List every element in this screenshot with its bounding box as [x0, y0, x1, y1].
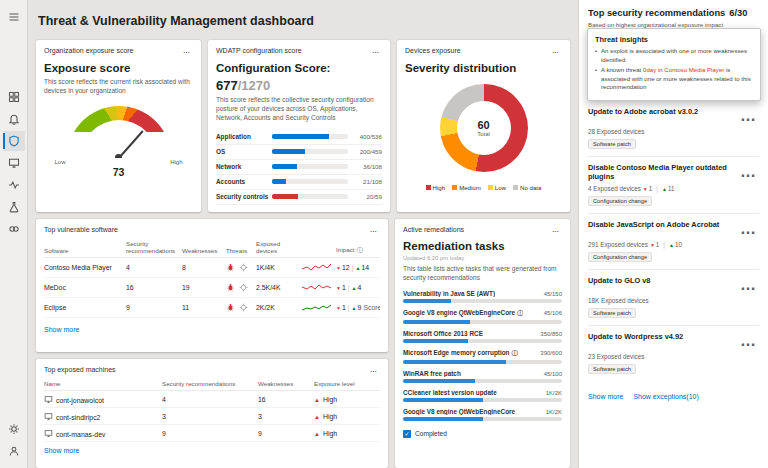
info-icon — [515, 309, 523, 316]
top-recommendations-panel: Top security recommendations 6/30 Based … — [578, 0, 768, 468]
exposure-score-value: 73 — [44, 166, 193, 178]
remediation-task[interactable]: Google V8 engine QtWebEngineCore45/106 — [403, 309, 562, 324]
vulnerable-software-table: Software Security recommendations Weakne… — [44, 238, 380, 318]
show-more-link[interactable]: Show more — [44, 326, 79, 333]
more-options-icon[interactable] — [550, 47, 562, 54]
gauge-low-label: Low — [55, 159, 66, 165]
sidebar-item-service-health[interactable] — [3, 175, 25, 195]
more-options-icon[interactable] — [368, 226, 380, 233]
severity-legend: High Medium Low No data — [405, 184, 562, 191]
recommendations-count: 6/30 — [729, 8, 747, 18]
table-row[interactable]: Eclipse 9 11 2K/2K 19Score — [44, 298, 380, 318]
table-row[interactable]: MeDoc 16 19 2.5K/4K 14 — [44, 278, 380, 298]
more-options-icon[interactable] — [738, 332, 759, 350]
more-options-icon[interactable] — [738, 107, 759, 125]
sidebar-item-machines[interactable] — [3, 153, 25, 173]
recommendation-item[interactable]: Update to Adobe acrobat v3.0.2 28 Expose… — [588, 101, 759, 157]
tooltip-title: Threat insights — [595, 35, 753, 44]
table-row[interactable]: cont-sindiripc2 3 3 High — [44, 408, 380, 425]
config-category-row: Application 400/536 — [216, 130, 382, 145]
sidebar-item-partners[interactable] — [3, 219, 25, 239]
trend-sparkline — [302, 302, 332, 313]
heartbeat-icon — [8, 179, 20, 191]
table-row[interactable]: cont-jonawolcot 4 16 High — [44, 391, 380, 408]
crosshair-icon — [239, 263, 248, 272]
flask-icon — [8, 201, 20, 213]
exposure-gauge: Low High 73 — [44, 106, 193, 178]
high-exposure-icon — [314, 413, 323, 420]
score-impact-up: 14 — [355, 264, 369, 271]
severity-donut-chart: 60 Total — [440, 84, 528, 172]
remediation-heading: Remediation tasks — [403, 240, 562, 252]
more-options-icon[interactable] — [370, 47, 382, 54]
show-exceptions-link[interactable]: Show exceptions(10) — [633, 393, 698, 400]
sidebar — [0, 0, 28, 468]
configuration-change-tag: Configuration change — [588, 252, 652, 262]
show-more-link[interactable]: Show more — [588, 393, 623, 400]
card-title: Active remediations — [403, 226, 464, 233]
task-progress-fill — [403, 320, 470, 324]
table-row[interactable]: cont-manas-dev 9 9 High — [44, 425, 380, 442]
config-bar-fill — [272, 179, 286, 184]
configuration-score-value: 677/1270 — [216, 78, 382, 93]
person-icon — [8, 445, 20, 457]
sidebar-item-settings[interactable] — [3, 419, 25, 439]
recommendation-item[interactable]: Disable JavaScript on Adobe Acrobat 291 … — [588, 214, 759, 270]
more-options-icon[interactable] — [368, 366, 380, 373]
sidebar-item-alerts[interactable] — [3, 109, 25, 129]
card-title: WDATP configuration score — [216, 47, 302, 54]
show-more-link[interactable]: Show more — [44, 447, 380, 454]
sidebar-item-user[interactable] — [3, 441, 25, 461]
menu-icon — [8, 11, 20, 23]
card-title: Top vulnerable software — [44, 226, 118, 233]
completed-checkbox[interactable] — [403, 430, 411, 438]
sidebar-item-dashboard[interactable] — [3, 87, 25, 107]
crosshair-icon — [239, 283, 248, 292]
legend-swatch — [513, 185, 518, 190]
sidebar-nav-group — [3, 86, 25, 240]
devices-exposure-card: Devices exposure Severity distribution 6… — [397, 40, 570, 212]
dashboard-icon — [8, 91, 20, 103]
more-options-icon[interactable] — [738, 276, 759, 294]
recommendation-item[interactable]: Disable Contoso Media Player outdated pl… — [588, 157, 759, 214]
bug-icon — [226, 283, 235, 292]
remediation-task[interactable]: Vulnerability in Java SE (AWT)45/150 — [403, 290, 562, 303]
completed-filter[interactable]: Completed — [403, 430, 562, 438]
remediation-task[interactable]: WinRAR free patch45/100 — [403, 370, 562, 383]
task-progress-fill — [403, 299, 451, 303]
more-options-icon[interactable] — [738, 220, 759, 238]
remediation-updated-timestamp: Updated 6:20 pm today — [403, 255, 562, 261]
more-options-icon[interactable] — [550, 226, 562, 233]
top-exposed-machines-card: Top exposed machines Name Security recom… — [36, 359, 388, 468]
info-icon — [355, 246, 363, 253]
sidebar-item-menu[interactable] — [3, 7, 25, 27]
active-remediations-card: Active remediations Remediation tasks Up… — [395, 219, 570, 468]
task-progress-fill — [403, 379, 475, 383]
sidebar-item-tvm[interactable] — [3, 131, 25, 151]
machine-icon — [44, 397, 56, 404]
table-row[interactable]: Contoso Media Player 4 8 1K/4K 1214 — [44, 258, 380, 278]
more-options-icon[interactable] — [738, 163, 759, 181]
remediation-task[interactable]: Microsoft Office 2013 RCE350/850 — [403, 330, 562, 343]
exposure-heading: Exposure score — [44, 62, 193, 74]
shield-icon — [8, 135, 20, 147]
remediation-task[interactable]: Google V8 engine QtWebEngineCore1K/2K — [403, 408, 562, 421]
sidebar-item-simulations[interactable] — [3, 197, 25, 217]
recommendation-item[interactable]: Update to GLO v8 18K Exposed devices Sof… — [588, 270, 759, 326]
config-bar-fill — [272, 194, 298, 199]
gear-icon — [8, 423, 20, 435]
software-patch-tag: Software patch — [588, 139, 636, 149]
remediation-task[interactable]: Microsoft Edge memory corruption390/600 — [403, 349, 562, 364]
panel-subtitle: Based on highest organizational exposure… — [588, 21, 759, 28]
exposure-impact-down: 12 — [336, 264, 350, 271]
bug-icon — [226, 263, 235, 272]
more-options-icon[interactable] — [181, 47, 193, 54]
bug-icon — [226, 303, 235, 312]
recommendation-item[interactable]: Update to Wordpress v4.92 23 Exposed dev… — [588, 326, 759, 381]
remediation-task[interactable]: CCleaner latest version update1K/2K — [403, 389, 562, 402]
threat-insights-tooltip: Threat insights An exploit is associated… — [587, 28, 761, 101]
configuration-change-tag: Configuration change — [588, 196, 652, 206]
monitor-icon — [8, 157, 20, 169]
legend-swatch — [488, 185, 493, 190]
task-progress-fill — [403, 339, 468, 343]
